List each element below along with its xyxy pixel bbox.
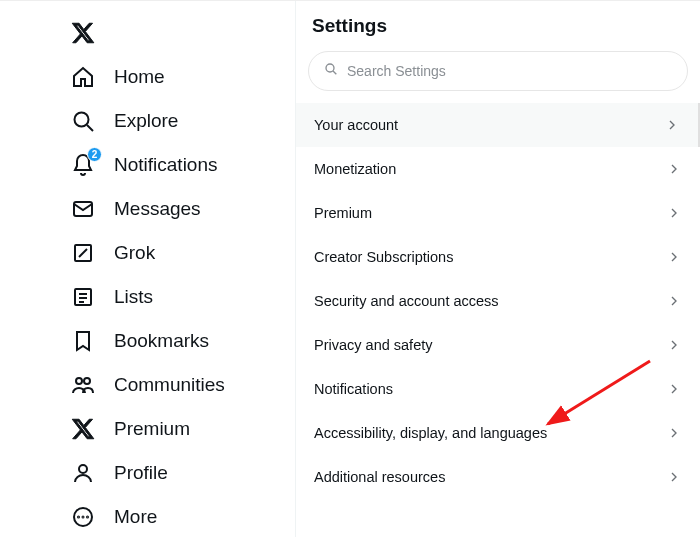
sidebar-item-profile[interactable]: Profile (64, 451, 295, 495)
chevron-right-icon (666, 381, 682, 397)
page-title: Settings (296, 1, 700, 51)
sidebar-item-label: Lists (114, 286, 153, 308)
sidebar-item-label: More (114, 506, 157, 528)
sidebar-item-label: Home (114, 66, 165, 88)
chevron-right-icon (666, 469, 682, 485)
settings-item-label: Premium (314, 205, 372, 221)
sidebar-item-label: Premium (114, 418, 190, 440)
chevron-right-icon (666, 425, 682, 441)
chevron-right-icon (666, 249, 682, 265)
settings-list: Your account Monetization Premium Creato… (296, 103, 700, 499)
x-logo-icon (70, 20, 96, 46)
sidebar: Home Explore 2 Notifications Messages (0, 1, 295, 537)
settings-item-privacy[interactable]: Privacy and safety (296, 323, 700, 367)
chevron-right-icon (666, 161, 682, 177)
settings-item-label: Accessibility, display, and languages (314, 425, 547, 441)
settings-item-label: Additional resources (314, 469, 445, 485)
sidebar-item-home[interactable]: Home (64, 55, 295, 99)
settings-item-security[interactable]: Security and account access (296, 279, 700, 323)
settings-item-accessibility[interactable]: Accessibility, display, and languages (296, 411, 700, 455)
settings-item-label: Privacy and safety (314, 337, 432, 353)
envelope-icon (70, 196, 96, 222)
settings-item-label: Notifications (314, 381, 393, 397)
settings-item-creator-subscriptions[interactable]: Creator Subscriptions (296, 235, 700, 279)
search-settings[interactable] (308, 51, 688, 91)
settings-item-notifications[interactable]: Notifications (296, 367, 700, 411)
sidebar-item-bookmarks[interactable]: Bookmarks (64, 319, 295, 363)
sidebar-item-explore[interactable]: Explore (64, 99, 295, 143)
notifications-badge: 2 (87, 147, 102, 162)
sidebar-item-communities[interactable]: Communities (64, 363, 295, 407)
settings-item-label: Your account (314, 117, 398, 133)
sidebar-item-more[interactable]: More (64, 495, 295, 537)
svg-point-16 (326, 64, 334, 72)
grok-icon (70, 240, 96, 266)
chevron-right-icon (666, 337, 682, 353)
svg-point-11 (79, 465, 87, 473)
logo[interactable] (64, 11, 295, 55)
sidebar-item-label: Messages (114, 198, 201, 220)
sidebar-item-label: Explore (114, 110, 178, 132)
settings-item-label: Creator Subscriptions (314, 249, 453, 265)
svg-line-1 (87, 125, 93, 131)
svg-point-15 (87, 517, 88, 518)
svg-line-17 (333, 71, 336, 74)
more-icon (70, 504, 96, 530)
bookmark-icon (70, 328, 96, 354)
sidebar-item-label: Bookmarks (114, 330, 209, 352)
search-icon (323, 61, 339, 81)
chevron-right-icon (666, 205, 682, 221)
svg-point-9 (76, 378, 82, 384)
bell-icon: 2 (70, 152, 96, 178)
sidebar-item-label: Communities (114, 374, 225, 396)
sidebar-item-label: Notifications (114, 154, 218, 176)
communities-icon (70, 372, 96, 398)
sidebar-item-notifications[interactable]: 2 Notifications (64, 143, 295, 187)
svg-point-10 (84, 378, 90, 384)
chevron-right-icon (666, 293, 682, 309)
sidebar-item-grok[interactable]: Grok (64, 231, 295, 275)
sidebar-item-label: Profile (114, 462, 168, 484)
profile-icon (70, 460, 96, 486)
sidebar-item-premium[interactable]: Premium (64, 407, 295, 451)
settings-item-your-account[interactable]: Your account (296, 103, 700, 147)
svg-point-0 (75, 113, 89, 127)
search-input[interactable] (347, 63, 673, 79)
settings-panel: Settings Your account Monetization Premi… (295, 1, 700, 537)
svg-point-14 (83, 517, 84, 518)
sidebar-item-label: Grok (114, 242, 155, 264)
svg-line-4 (79, 249, 87, 257)
settings-item-additional-resources[interactable]: Additional resources (296, 455, 700, 499)
chevron-right-icon (664, 117, 680, 133)
home-icon (70, 64, 96, 90)
search-icon (70, 108, 96, 134)
svg-point-13 (78, 517, 79, 518)
settings-item-monetization[interactable]: Monetization (296, 147, 700, 191)
settings-item-label: Security and account access (314, 293, 499, 309)
x-logo-icon (70, 416, 96, 442)
sidebar-item-messages[interactable]: Messages (64, 187, 295, 231)
settings-item-label: Monetization (314, 161, 396, 177)
lists-icon (70, 284, 96, 310)
sidebar-item-lists[interactable]: Lists (64, 275, 295, 319)
settings-item-premium[interactable]: Premium (296, 191, 700, 235)
